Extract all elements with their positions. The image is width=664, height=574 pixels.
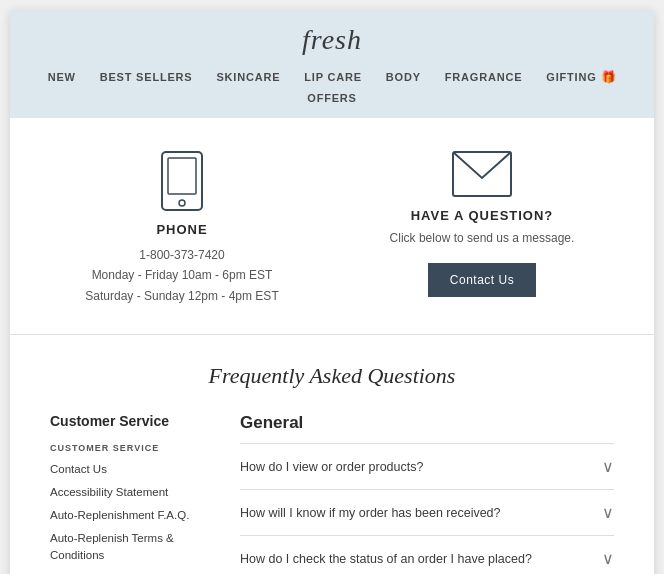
chevron-down-icon: ∨	[602, 503, 614, 522]
faq-question-text: How will I know if my order has been rec…	[240, 506, 501, 520]
page-wrapper: fresh NEWBEST SELLERSSKINCARELIP CAREBOD…	[10, 10, 654, 574]
main-nav: NEWBEST SELLERSSKINCARELIP CAREBODYFRAGR…	[10, 66, 654, 108]
contact-us-button[interactable]: Contact Us	[428, 263, 536, 297]
sidebar-link[interactable]: Auto-Replenishment F.A.Q.	[50, 507, 210, 523]
mail-icon	[372, 150, 592, 198]
faq-content: Customer Service CUSTOMER SERVICE Contac…	[50, 413, 614, 574]
chevron-down-icon: ∨	[602, 549, 614, 568]
message-subtitle: Click below to send us a message.	[372, 231, 592, 245]
phone-block: PHONE 1-800-373-7420 Monday - Friday 10a…	[72, 150, 292, 306]
faq-section: Frequently Asked Questions Customer Serv…	[10, 335, 654, 574]
site-logo: fresh	[10, 24, 654, 56]
phone-info: 1-800-373-7420 Monday - Friday 10am - 6p…	[72, 245, 292, 306]
sidebar-title: Customer Service	[50, 413, 210, 429]
faq-item[interactable]: How will I know if my order has been rec…	[240, 490, 614, 536]
faq-item[interactable]: How do I view or order products?∨	[240, 444, 614, 490]
nav-item-skincare[interactable]: SKINCARE	[204, 66, 292, 88]
sidebar-link[interactable]: Billing Policy	[50, 570, 210, 574]
contact-section: PHONE 1-800-373-7420 Monday - Friday 10a…	[10, 118, 654, 335]
faq-sidebar: Customer Service CUSTOMER SERVICE Contac…	[50, 413, 210, 574]
faq-group-title: General	[240, 413, 614, 444]
nav-item-gifting[interactable]: GIFTING🎁	[534, 66, 628, 88]
chevron-down-icon: ∨	[602, 457, 614, 476]
nav-item-body[interactable]: BODY	[374, 66, 433, 88]
nav-item-fragrance[interactable]: FRAGRANCE	[433, 66, 534, 88]
faq-question-text: How do I view or order products?	[240, 460, 423, 474]
message-block: HAVE A QUESTION? Click below to send us …	[372, 150, 592, 297]
faq-question-text: How do I check the status of an order I …	[240, 552, 532, 566]
svg-point-2	[179, 200, 185, 206]
nav-item-lip-care[interactable]: LIP CARE	[292, 66, 374, 88]
nav-item-new[interactable]: NEW	[36, 66, 88, 88]
phone-icon	[72, 150, 292, 212]
svg-rect-1	[168, 158, 196, 194]
nav-item-offers[interactable]: OFFERS	[295, 88, 368, 108]
faq-item[interactable]: How do I check the status of an order I …	[240, 536, 614, 574]
header: fresh NEWBEST SELLERSSKINCARELIP CAREBOD…	[10, 10, 654, 118]
sidebar-section-title: CUSTOMER SERVICE	[50, 443, 210, 453]
phone-title: PHONE	[72, 222, 292, 237]
nav-item-best-sellers[interactable]: BEST SELLERS	[88, 66, 205, 88]
sidebar-link[interactable]: Contact Us	[50, 461, 210, 477]
gift-icon: 🎁	[601, 70, 617, 84]
message-title: HAVE A QUESTION?	[372, 208, 592, 223]
sidebar-link[interactable]: Accessibility Statement	[50, 484, 210, 500]
sidebar-link[interactable]: Auto-Replenish Terms & Conditions	[50, 530, 210, 562]
faq-questions-panel: General How do I view or order products?…	[240, 413, 614, 574]
faq-title: Frequently Asked Questions	[50, 363, 614, 389]
